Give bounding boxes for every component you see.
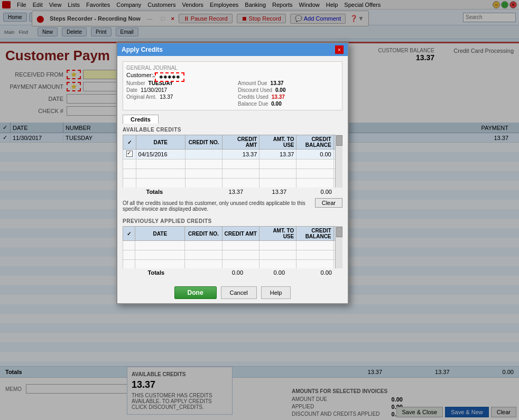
prev-scrollbar[interactable] (335, 226, 342, 268)
prev-col-check: ✓ (123, 227, 135, 241)
clear-credits-button[interactable]: Clear (315, 198, 342, 208)
prev-empty-3 (123, 260, 342, 269)
prev-col-credit-amt: CREDIT AMT (222, 227, 259, 241)
annotation-starburst: ✱✱✱✱✱ (155, 72, 184, 82)
prev-col-amt-to-use: AMT. TO USE (259, 227, 296, 241)
prev-table-header: ✓ DATE CREDIT NO. CREDIT AMT AMT. TO USE… (123, 227, 342, 241)
available-credits-section: AVAILABLE CREDITS ✓ DATE CREDIT NO. CRED… (123, 127, 342, 196)
avail-checkbox[interactable] (126, 151, 133, 157)
journal-section: GENERAL JOURNAL Customer:Job ✱✱✱✱✱ Numbe… (123, 61, 342, 110)
avail-row-credit-balance: 0.00 (296, 150, 333, 160)
prev-totals-row: Totals 0.00 0.00 0.00 (123, 268, 342, 277)
available-credits-table-container: ✓ DATE CREDIT NO. CREDIT AMT AMT. TO USE… (123, 135, 342, 188)
prev-col-credit-no: CREDIT NO. (185, 227, 222, 241)
avail-col-credit-balance: CREDIT BALANCE (296, 135, 333, 150)
avail-empty-3 (123, 179, 342, 188)
avail-table-body: 04/15/2016 13.37 13.37 0.00 (123, 150, 342, 188)
credits-tab[interactable]: Credits (123, 115, 159, 124)
prev-empty-1 (123, 241, 342, 250)
modal-footer: Done Cancel Help (117, 282, 348, 303)
avail-row-date: 04/15/2016 (136, 150, 186, 160)
previously-applied-section: PREVIOUSLY APPLIED CREDITS ✓ DATE CREDIT… (123, 218, 342, 277)
prev-table-body (123, 241, 342, 269)
avail-col-credit-amt: CREDIT AMT (223, 135, 260, 150)
cancel-button[interactable]: Cancel (221, 286, 257, 299)
avail-scrollbar[interactable] (335, 135, 342, 188)
tabs-row: Credits (123, 115, 342, 124)
avail-row-1[interactable]: 04/15/2016 13.37 13.37 0.00 (123, 150, 342, 160)
prev-scrollbar-thumb[interactable] (336, 227, 342, 237)
note-clear-section: Of all the credits issued to this custom… (123, 198, 342, 214)
available-credits-table: ✓ DATE CREDIT NO. CREDIT AMT AMT. TO USE… (123, 135, 342, 188)
avail-col-check: ✓ (123, 135, 136, 150)
avail-row-amt-to-use: 13.37 (260, 150, 296, 160)
prev-col-credit-balance: CREDIT BALANCE (296, 227, 333, 241)
modal-body: GENERAL JOURNAL Customer:Job ✱✱✱✱✱ Numbe… (117, 56, 348, 282)
modal-title: Apply Credits (122, 46, 163, 53)
avail-table-header: ✓ DATE CREDIT NO. CREDIT AMT AMT. TO USE… (123, 135, 342, 150)
journal-details: Number TUESDAY Amount Due 13.37 Date 11/… (126, 80, 339, 107)
apply-credits-modal: Apply Credits × GENERAL JOURNAL Customer… (116, 42, 349, 304)
avail-row-credit-no (186, 150, 223, 160)
help-button[interactable]: Help (261, 286, 291, 299)
avail-empty-1 (123, 160, 342, 169)
modal-close-button[interactable]: × (335, 45, 344, 54)
avail-scrollbar-thumb[interactable] (336, 135, 342, 146)
done-button[interactable]: Done (174, 286, 217, 299)
avail-col-credit-no: CREDIT NO. (186, 135, 223, 150)
avail-row-credit-amt: 13.37 (223, 150, 260, 160)
prev-credits-table-container: ✓ DATE CREDIT NO. CREDIT AMT AMT. TO USE… (123, 226, 342, 268)
prev-credits-table: ✓ DATE CREDIT NO. CREDIT AMT AMT. TO USE… (123, 226, 342, 268)
prev-empty-2 (123, 250, 342, 260)
avail-totals-row: Totals 13.37 13.37 0.00 (123, 188, 342, 196)
avail-empty-2 (123, 169, 342, 179)
modal-title-bar: Apply Credits × (117, 43, 348, 56)
avail-col-amt-to-use: AMT. TO USE (260, 135, 296, 150)
prev-col-date: DATE (135, 227, 185, 241)
avail-row-check[interactable] (123, 150, 136, 160)
avail-col-date: DATE (136, 135, 186, 150)
